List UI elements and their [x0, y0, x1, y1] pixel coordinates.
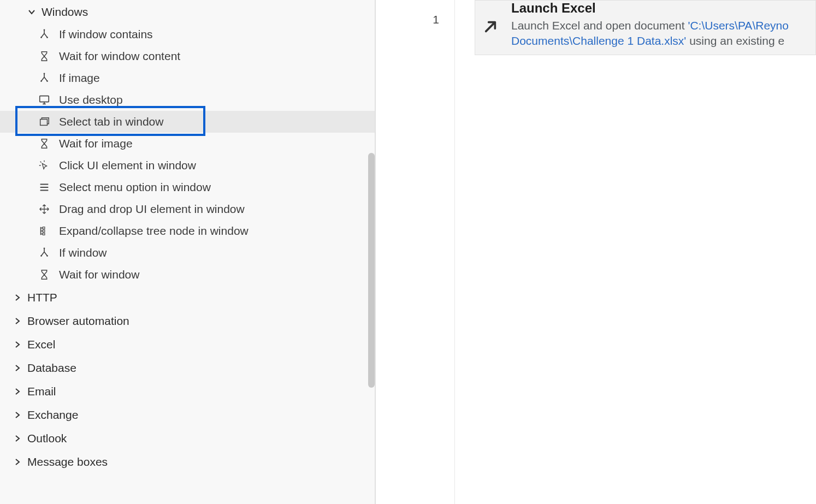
action-label: Drag and drop UI element in window	[59, 203, 245, 216]
category-label: Database	[27, 361, 76, 375]
action-label: If window	[59, 246, 107, 259]
action-item[interactable]: If window contains	[0, 23, 375, 45]
branch-icon	[38, 28, 50, 40]
category-label: Outlook	[27, 432, 67, 445]
click-icon	[38, 159, 50, 171]
scrollbar[interactable]	[368, 153, 375, 388]
category-label: Email	[27, 385, 56, 398]
svg-rect-6	[40, 96, 49, 102]
chevron-down-icon	[27, 8, 36, 16]
category-windows[interactable]: Windows	[0, 0, 375, 23]
svg-point-12	[40, 255, 42, 257]
category-label: Browser automation	[27, 315, 129, 328]
action-item[interactable]: Wait for window content	[0, 45, 375, 67]
action-item[interactable]: Drag and drop UI element in window	[0, 198, 375, 220]
step-description: Launch Excel and open document 'C:\Users…	[511, 18, 809, 49]
action-item[interactable]: If window	[0, 242, 375, 264]
action-label: Wait for window	[59, 268, 139, 281]
category-item[interactable]: Database	[0, 356, 375, 380]
hourglass-icon	[38, 269, 50, 281]
chevron-right-icon	[13, 434, 22, 443]
chevron-right-icon	[13, 411, 22, 419]
chevron-right-icon	[13, 340, 22, 349]
chevron-right-icon	[13, 364, 22, 372]
category-item[interactable]: Outlook	[0, 426, 375, 450]
branch-icon	[38, 72, 50, 84]
category-label: Message boxes	[27, 455, 108, 469]
action-label: Use desktop	[59, 93, 123, 106]
tabs-icon	[38, 116, 50, 128]
category-item[interactable]: HTTP	[0, 286, 375, 309]
category-item[interactable]: Browser automation	[0, 309, 375, 333]
svg-rect-10	[43, 233, 45, 235]
branch-icon	[38, 247, 50, 259]
category-label: Windows	[42, 5, 88, 19]
flow-step-launch-excel[interactable]: Launch Excel Launch Excel and open docum…	[475, 0, 816, 55]
action-label: If image	[59, 72, 100, 85]
svg-point-0	[44, 29, 45, 31]
action-item[interactable]: Wait for window	[0, 264, 375, 286]
action-label: Wait for image	[59, 137, 133, 150]
actions-panel: Windows If window containsWait for windo…	[0, 0, 376, 504]
action-item[interactable]: Expand/collapse tree node in window	[0, 220, 375, 242]
svg-point-13	[46, 255, 48, 257]
action-label: If window contains	[59, 28, 153, 41]
svg-point-5	[46, 80, 48, 82]
hourglass-icon	[38, 50, 50, 62]
chevron-right-icon	[13, 293, 22, 302]
step-title: Launch Excel	[511, 1, 809, 16]
svg-point-3	[44, 73, 45, 74]
menu-icon	[38, 181, 50, 193]
tree-icon	[38, 225, 50, 237]
chevron-right-icon	[13, 458, 22, 466]
action-item[interactable]: Wait for image	[0, 133, 375, 155]
svg-point-11	[44, 247, 45, 249]
flow-canvas[interactable]: Launch Excel Launch Excel and open docum…	[455, 0, 816, 504]
category-label: HTTP	[27, 291, 57, 304]
line-number-gutter: 1	[376, 0, 455, 504]
line-number: 1	[433, 13, 439, 26]
svg-point-4	[40, 80, 42, 82]
action-label: Click UI element in window	[59, 159, 196, 172]
category-label: Exchange	[27, 408, 78, 422]
svg-point-1	[40, 37, 42, 38]
action-item[interactable]: If image	[0, 67, 375, 89]
svg-rect-8	[43, 227, 45, 229]
action-item[interactable]: Select menu option in window	[0, 176, 375, 198]
action-item[interactable]: Select tab in window	[0, 111, 375, 133]
category-item[interactable]: Message boxes	[0, 450, 375, 473]
action-label: Wait for window content	[59, 50, 180, 63]
flow-designer: 1 Launch Excel Launch Excel and open doc…	[376, 0, 816, 504]
monitor-icon	[38, 94, 50, 106]
launch-icon	[480, 16, 501, 38]
action-label: Expand/collapse tree node in window	[59, 224, 249, 238]
svg-rect-7	[40, 119, 48, 125]
chevron-right-icon	[13, 317, 22, 325]
action-item[interactable]: Use desktop	[0, 89, 375, 111]
hourglass-icon	[38, 138, 50, 150]
category-item[interactable]: Exchange	[0, 403, 375, 426]
category-item[interactable]: Email	[0, 380, 375, 403]
action-label: Select tab in window	[59, 115, 163, 128]
action-label: Select menu option in window	[59, 181, 211, 194]
chevron-right-icon	[13, 387, 22, 396]
category-label: Excel	[27, 338, 55, 351]
svg-point-2	[46, 37, 48, 38]
category-item[interactable]: Excel	[0, 333, 375, 356]
drag-icon	[38, 203, 50, 215]
svg-rect-9	[43, 230, 45, 232]
action-item[interactable]: Click UI element in window	[0, 155, 375, 176]
